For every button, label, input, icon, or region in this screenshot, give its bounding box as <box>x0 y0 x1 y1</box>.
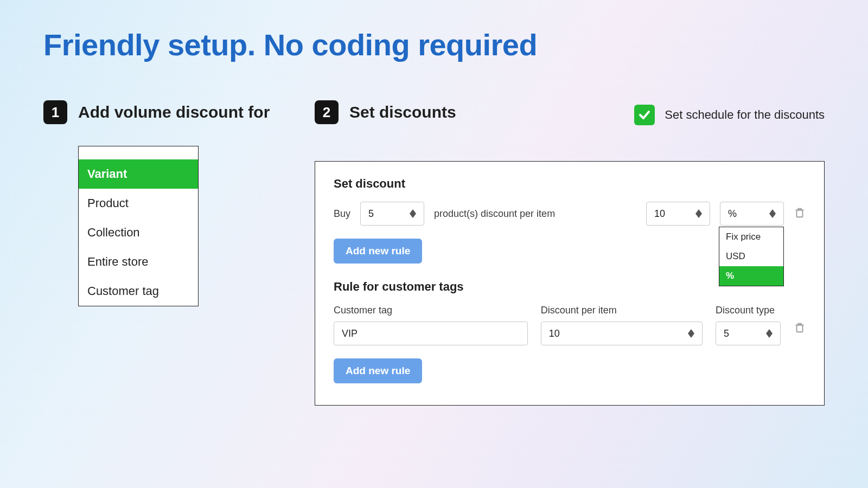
svg-marker-10 <box>766 333 773 338</box>
customer-tag-input[interactable]: VIP <box>334 322 528 345</box>
svg-rect-11 <box>797 325 803 332</box>
unit-option-percent[interactable]: % <box>719 266 783 286</box>
discount-type-stepper[interactable]: 5 <box>716 322 781 345</box>
discount-value-stepper[interactable]: 10 <box>646 202 710 226</box>
discount-panel: Set discount Buy 5 product(s) discount p… <box>315 161 825 406</box>
svg-marker-2 <box>695 209 702 214</box>
check-icon <box>634 105 655 125</box>
add-rule-button[interactable]: Add new rule <box>334 239 422 264</box>
discount-per-item-label: Discount per item <box>541 305 703 316</box>
scope-list: Variant Product Collection Entire store … <box>78 146 199 306</box>
svg-rect-6 <box>797 210 803 217</box>
svg-marker-3 <box>695 214 702 218</box>
scope-option-collection[interactable]: Collection <box>79 218 198 247</box>
scope-option-variant[interactable]: Variant <box>79 159 198 189</box>
svg-marker-8 <box>688 333 694 338</box>
svg-marker-1 <box>410 214 416 218</box>
per-item-label: product(s) discount per item <box>434 208 555 220</box>
step-2-title: Set discounts <box>349 103 456 121</box>
unit-option-fix-price[interactable]: Fix price <box>719 227 783 247</box>
discount-unit-select[interactable]: % <box>720 202 784 226</box>
discount-type-label: Discount type <box>716 305 781 316</box>
buy-qty-stepper[interactable]: 5 <box>360 202 424 226</box>
stepper-caret-icon <box>769 209 776 218</box>
customer-tag-label: Customer tag <box>334 305 528 316</box>
schedule-label: Set schedule for the discounts <box>665 108 825 122</box>
add-customer-rule-button[interactable]: Add new rule <box>334 358 422 383</box>
unit-dropdown: Fix price USD % <box>719 227 784 286</box>
scope-option-product[interactable]: Product <box>79 189 198 218</box>
step-1-badge: 1 <box>43 100 67 124</box>
step-1-title: Add volume discount for <box>78 103 270 121</box>
scope-option-customer-tag[interactable]: Customer tag <box>79 277 198 306</box>
delete-customer-rule-button[interactable] <box>794 305 806 336</box>
stepper-caret-icon <box>766 329 773 338</box>
unit-option-usd[interactable]: USD <box>719 247 783 266</box>
buy-label: Buy <box>334 208 350 220</box>
step-1: 1 Add volume discount for Variant Produc… <box>43 100 277 306</box>
delete-rule-button[interactable] <box>794 206 806 221</box>
customer-discount-stepper[interactable]: 10 <box>541 322 703 345</box>
set-discount-title: Set discount <box>334 177 806 191</box>
svg-marker-9 <box>766 329 773 333</box>
stepper-caret-icon <box>410 209 416 218</box>
svg-marker-0 <box>410 209 416 214</box>
step-2: Set schedule for the discounts 2 Set dis… <box>315 100 825 406</box>
stepper-caret-icon <box>695 209 702 218</box>
stepper-caret-icon <box>688 329 694 338</box>
svg-marker-7 <box>688 329 694 333</box>
schedule-toggle[interactable]: Set schedule for the discounts <box>634 105 825 125</box>
page-title: Friendly setup. No coding required <box>43 27 825 62</box>
step-2-badge: 2 <box>315 100 339 124</box>
scope-option-entire-store[interactable]: Entire store <box>79 247 198 277</box>
svg-marker-5 <box>769 214 776 218</box>
svg-marker-4 <box>769 209 776 214</box>
